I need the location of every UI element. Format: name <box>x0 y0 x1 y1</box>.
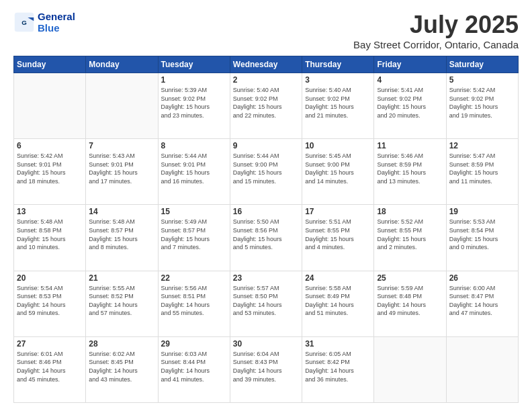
calendar-cell: 5Sunrise: 5:42 AM Sunset: 9:02 PM Daylig… <box>446 73 518 139</box>
day-number: 14 <box>89 207 154 216</box>
day-number: 2 <box>233 75 299 85</box>
day-info: Sunrise: 5:44 AM Sunset: 9:01 PM Dayligh… <box>161 152 227 185</box>
day-info: Sunrise: 5:42 AM Sunset: 9:01 PM Dayligh… <box>17 152 83 185</box>
day-info: Sunrise: 5:39 AM Sunset: 9:02 PM Dayligh… <box>161 86 227 120</box>
day-number: 27 <box>17 339 83 349</box>
day-number: 20 <box>17 273 83 283</box>
day-number: 17 <box>305 207 371 216</box>
day-info: Sunrise: 5:53 AM Sunset: 8:54 PM Dayligh… <box>449 218 515 251</box>
day-number: 6 <box>17 141 83 150</box>
calendar-cell: 2Sunrise: 5:40 AM Sunset: 9:02 PM Daylig… <box>230 73 302 139</box>
calendar-cell: 23Sunrise: 5:57 AM Sunset: 8:50 PM Dayli… <box>230 271 302 336</box>
calendar-cell: 30Sunrise: 6:04 AM Sunset: 8:43 PM Dayli… <box>230 336 302 402</box>
calendar-cell <box>374 336 446 402</box>
day-info: Sunrise: 5:51 AM Sunset: 8:55 PM Dayligh… <box>305 218 371 251</box>
calendar-cell: 13Sunrise: 5:48 AM Sunset: 8:58 PM Dayli… <box>14 205 86 271</box>
calendar-table: SundayMondayTuesdayWednesdayThursdayFrid… <box>13 56 519 403</box>
day-info: Sunrise: 5:50 AM Sunset: 8:56 PM Dayligh… <box>233 218 299 251</box>
day-info: Sunrise: 6:01 AM Sunset: 8:46 PM Dayligh… <box>17 350 83 383</box>
calendar-cell <box>86 73 158 139</box>
calendar-cell: 7Sunrise: 5:43 AM Sunset: 9:01 PM Daylig… <box>86 139 158 205</box>
calendar-cell: 4Sunrise: 5:41 AM Sunset: 9:02 PM Daylig… <box>374 73 446 139</box>
day-info: Sunrise: 5:42 AM Sunset: 9:02 PM Dayligh… <box>449 86 515 120</box>
day-info: Sunrise: 5:56 AM Sunset: 8:51 PM Dayligh… <box>161 284 227 318</box>
day-info: Sunrise: 5:57 AM Sunset: 8:50 PM Dayligh… <box>233 284 299 318</box>
logo-text: General Blue <box>38 11 75 34</box>
day-info: Sunrise: 5:40 AM Sunset: 9:02 PM Dayligh… <box>305 86 371 120</box>
day-info: Sunrise: 5:40 AM Sunset: 9:02 PM Dayligh… <box>233 86 299 120</box>
calendar-cell: 29Sunrise: 6:03 AM Sunset: 8:44 PM Dayli… <box>158 336 230 402</box>
day-info: Sunrise: 5:52 AM Sunset: 8:55 PM Dayligh… <box>377 218 443 251</box>
calendar-cell: 16Sunrise: 5:50 AM Sunset: 8:56 PM Dayli… <box>230 205 302 271</box>
day-info: Sunrise: 5:44 AM Sunset: 9:00 PM Dayligh… <box>233 152 299 185</box>
calendar-cell: 24Sunrise: 5:58 AM Sunset: 8:49 PM Dayli… <box>302 271 374 336</box>
day-info: Sunrise: 6:04 AM Sunset: 8:43 PM Dayligh… <box>233 350 299 383</box>
calendar-cell: 18Sunrise: 5:52 AM Sunset: 8:55 PM Dayli… <box>374 205 446 271</box>
calendar-cell: 17Sunrise: 5:51 AM Sunset: 8:55 PM Dayli… <box>302 205 374 271</box>
day-info: Sunrise: 5:59 AM Sunset: 8:48 PM Dayligh… <box>377 284 443 318</box>
calendar-cell: 22Sunrise: 5:56 AM Sunset: 8:51 PM Dayli… <box>158 271 230 336</box>
day-number: 19 <box>449 207 515 216</box>
day-info: Sunrise: 5:55 AM Sunset: 8:52 PM Dayligh… <box>89 284 154 318</box>
calendar-cell: 21Sunrise: 5:55 AM Sunset: 8:52 PM Dayli… <box>86 271 158 336</box>
day-number: 10 <box>305 141 371 150</box>
week-row-1: 1Sunrise: 5:39 AM Sunset: 9:02 PM Daylig… <box>14 73 519 139</box>
calendar-cell <box>446 336 518 402</box>
day-info: Sunrise: 6:00 AM Sunset: 8:47 PM Dayligh… <box>449 284 515 318</box>
day-info: Sunrise: 6:05 AM Sunset: 8:42 PM Dayligh… <box>305 350 371 383</box>
day-info: Sunrise: 5:49 AM Sunset: 8:57 PM Dayligh… <box>161 218 227 251</box>
weekday-header-saturday: Saturday <box>446 56 518 73</box>
day-number: 12 <box>449 141 515 150</box>
day-info: Sunrise: 5:41 AM Sunset: 9:02 PM Dayligh… <box>377 86 443 120</box>
calendar-cell <box>14 73 86 139</box>
title-block: July 2025 Bay Street Corridor, Ontario, … <box>353 11 519 50</box>
calendar-cell: 15Sunrise: 5:49 AM Sunset: 8:57 PM Dayli… <box>158 205 230 271</box>
day-number: 31 <box>305 339 371 349</box>
header: G General Blue July 2025 Bay Street Corr… <box>13 11 519 50</box>
calendar-cell: 27Sunrise: 6:01 AM Sunset: 8:46 PM Dayli… <box>14 336 86 402</box>
main-title: July 2025 <box>353 11 519 39</box>
weekday-header-monday: Monday <box>86 56 158 73</box>
page: G General Blue July 2025 Bay Street Corr… <box>0 0 532 411</box>
day-number: 8 <box>161 141 227 150</box>
calendar-cell: 26Sunrise: 6:00 AM Sunset: 8:47 PM Dayli… <box>446 271 518 336</box>
day-info: Sunrise: 5:46 AM Sunset: 8:59 PM Dayligh… <box>377 152 443 185</box>
day-number: 18 <box>377 207 443 216</box>
week-row-5: 27Sunrise: 6:01 AM Sunset: 8:46 PM Dayli… <box>14 336 519 402</box>
calendar-cell: 20Sunrise: 5:54 AM Sunset: 8:53 PM Dayli… <box>14 271 86 336</box>
day-number: 29 <box>161 339 227 349</box>
calendar-cell: 12Sunrise: 5:47 AM Sunset: 8:59 PM Dayli… <box>446 139 518 205</box>
day-number: 7 <box>89 141 154 150</box>
day-number: 21 <box>89 273 154 283</box>
day-number: 30 <box>233 339 299 349</box>
day-info: Sunrise: 5:43 AM Sunset: 9:01 PM Dayligh… <box>89 152 154 185</box>
day-number: 13 <box>17 207 83 216</box>
calendar-cell: 10Sunrise: 5:45 AM Sunset: 9:00 PM Dayli… <box>302 139 374 205</box>
day-number: 4 <box>377 75 443 85</box>
day-info: Sunrise: 5:58 AM Sunset: 8:49 PM Dayligh… <box>305 284 371 318</box>
week-row-3: 13Sunrise: 5:48 AM Sunset: 8:58 PM Dayli… <box>14 205 519 271</box>
week-row-4: 20Sunrise: 5:54 AM Sunset: 8:53 PM Dayli… <box>14 271 519 336</box>
calendar-cell: 19Sunrise: 5:53 AM Sunset: 8:54 PM Dayli… <box>446 205 518 271</box>
day-number: 5 <box>449 75 515 85</box>
calendar-cell: 6Sunrise: 5:42 AM Sunset: 9:01 PM Daylig… <box>14 139 86 205</box>
calendar-cell: 11Sunrise: 5:46 AM Sunset: 8:59 PM Dayli… <box>374 139 446 205</box>
subtitle: Bay Street Corridor, Ontario, Canada <box>353 39 519 50</box>
day-number: 9 <box>233 141 299 150</box>
calendar-cell: 25Sunrise: 5:59 AM Sunset: 8:48 PM Dayli… <box>374 271 446 336</box>
day-number: 1 <box>161 75 227 85</box>
day-number: 25 <box>377 273 443 283</box>
day-number: 11 <box>377 141 443 150</box>
weekday-header-wednesday: Wednesday <box>230 56 302 73</box>
logo: G General Blue <box>13 11 75 34</box>
day-number: 22 <box>161 273 227 283</box>
day-number: 23 <box>233 273 299 283</box>
calendar-cell: 3Sunrise: 5:40 AM Sunset: 9:02 PM Daylig… <box>302 73 374 139</box>
day-number: 15 <box>161 207 227 216</box>
logo-icon: G <box>13 11 35 33</box>
calendar-cell: 14Sunrise: 5:48 AM Sunset: 8:57 PM Dayli… <box>86 205 158 271</box>
weekday-header-friday: Friday <box>374 56 446 73</box>
day-info: Sunrise: 5:54 AM Sunset: 8:53 PM Dayligh… <box>17 284 83 318</box>
day-info: Sunrise: 6:02 AM Sunset: 8:45 PM Dayligh… <box>89 350 154 383</box>
calendar-cell: 9Sunrise: 5:44 AM Sunset: 9:00 PM Daylig… <box>230 139 302 205</box>
